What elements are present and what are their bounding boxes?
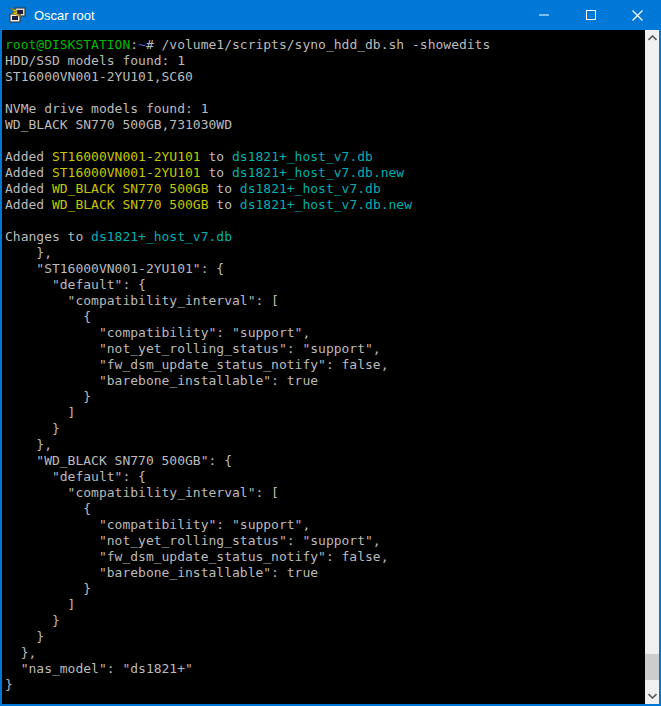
close-icon [632, 10, 643, 21]
chevron-down-icon [648, 693, 657, 699]
scroll-down-button[interactable] [645, 688, 659, 704]
close-button[interactable] [614, 0, 661, 30]
terminal-line: } [5, 581, 645, 597]
terminal-line: "barebone_installable": true [5, 565, 645, 581]
terminal-line [5, 213, 645, 229]
terminal-line: WD_BLACK SN770 500GB,731030WD [5, 117, 645, 133]
terminal-line: }, [5, 245, 645, 261]
terminal-line: "not_yet_rolling_status": "support", [5, 533, 645, 549]
window-controls [520, 0, 661, 30]
terminal-line: "compatibility_interval": [ [5, 485, 645, 501]
minimize-button[interactable] [520, 0, 567, 30]
terminal-line: "fw_dsm_update_status_notify": false, [5, 357, 645, 373]
terminal-line: Changes to ds1821+_host_v7.db [5, 229, 645, 245]
window-content: root@DISKSTATION:~# /volume1/scripts/syn… [2, 30, 659, 704]
titlebar[interactable]: Oscar root [0, 0, 661, 30]
terminal-line: "WD_BLACK SN770 500GB": { [5, 453, 645, 469]
terminal-line: } [5, 389, 645, 405]
terminal-line: HDD/SSD models found: 1 [5, 53, 645, 69]
terminal-line [5, 85, 645, 101]
minimize-icon [539, 10, 549, 20]
terminal-line: ST16000VN001-2YU101,SC60 [5, 69, 645, 85]
maximize-icon [586, 10, 596, 20]
terminal-line: "fw_dsm_update_status_notify": false, [5, 549, 645, 565]
window-title: Oscar root [34, 8, 95, 23]
terminal-line: }, [5, 645, 645, 661]
terminal-line: Added WD_BLACK SN770 500GB to ds1821+_ho… [5, 181, 645, 197]
terminal-line [5, 133, 645, 149]
terminal-line: Added ST16000VN001-2YU101 to ds1821+_hos… [5, 165, 645, 181]
terminal-line: "barebone_installable": true [5, 373, 645, 389]
terminal-line: } [5, 613, 645, 629]
putty-icon [8, 6, 26, 24]
terminal-line: "ST16000VN001-2YU101": { [5, 261, 645, 277]
chevron-up-icon [648, 35, 657, 41]
terminal-line: "default": { [5, 469, 645, 485]
scrollbar[interactable] [645, 30, 659, 704]
terminal-line: } [5, 629, 645, 645]
terminal-line: { [5, 309, 645, 325]
terminal-line: } [5, 677, 645, 693]
terminal-line: }, [5, 437, 645, 453]
terminal-line: ] [5, 405, 645, 421]
scrollbar-thumb[interactable] [645, 654, 659, 680]
scrollbar-track[interactable] [645, 46, 659, 688]
terminal-line: } [5, 421, 645, 437]
terminal-line: root@DISKSTATION:~# /volume1/scripts/syn… [5, 37, 645, 53]
terminal-line: NVMe drive models found: 1 [5, 101, 645, 117]
terminal-window: Oscar root root@DISKSTATION:~# /vo [0, 0, 661, 706]
terminal-line: "default": { [5, 277, 645, 293]
maximize-button[interactable] [567, 0, 614, 30]
scroll-up-button[interactable] [645, 30, 659, 46]
terminal-line: "compatibility": "support", [5, 325, 645, 341]
terminal-line: Added WD_BLACK SN770 500GB to ds1821+_ho… [5, 197, 645, 213]
terminal-line: "compatibility_interval": [ [5, 293, 645, 309]
terminal-line: Added ST16000VN001-2YU101 to ds1821+_hos… [5, 149, 645, 165]
terminal-line: "nas_model": "ds1821+" [5, 661, 645, 677]
terminal-line: "compatibility": "support", [5, 517, 645, 533]
terminal-output[interactable]: root@DISKSTATION:~# /volume1/scripts/syn… [2, 30, 645, 704]
terminal-line: "not_yet_rolling_status": "support", [5, 341, 645, 357]
terminal-line: ] [5, 597, 645, 613]
terminal-line: { [5, 501, 645, 517]
